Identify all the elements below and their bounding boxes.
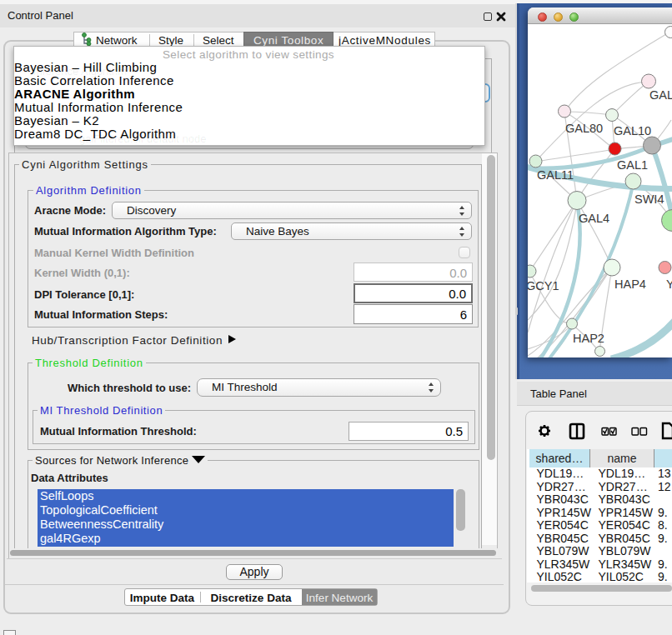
svg-text:HAP4: HAP4: [614, 278, 646, 291]
svg-text:GAL11: GAL11: [537, 168, 574, 182]
svg-text:SWI4: SWI4: [634, 192, 664, 206]
svg-text:GAL7: GAL7: [649, 88, 672, 102]
svg-text:HAP2: HAP2: [573, 332, 604, 345]
svg-text:GAL1: GAL1: [617, 158, 648, 172]
svg-text:GAL10: GAL10: [614, 124, 651, 138]
svg-text:GAL4: GAL4: [579, 212, 609, 225]
svg-text:GAL80: GAL80: [565, 122, 603, 135]
svg-text:GCY1: GCY1: [528, 279, 559, 292]
svg-text:Y: Y: [666, 278, 672, 291]
